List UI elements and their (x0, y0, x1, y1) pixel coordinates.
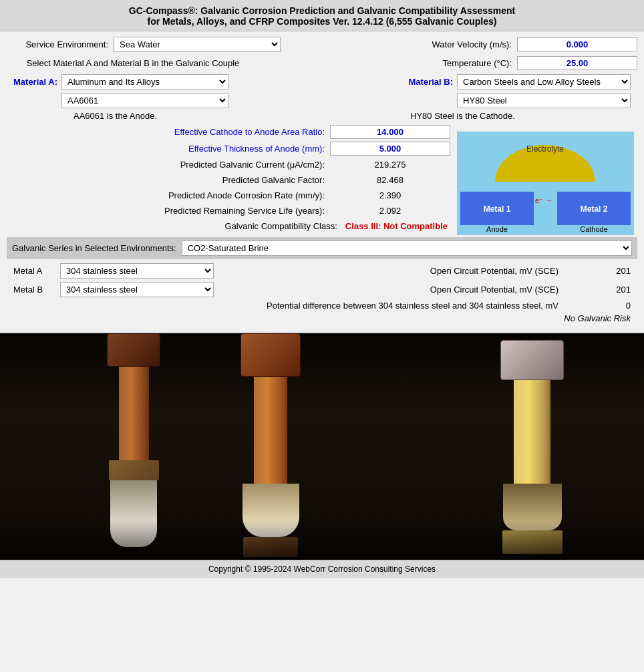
bolt-left-head (107, 333, 160, 367)
main-content: Service Environment: Sea Water Fresh Wat… (0, 31, 644, 333)
bolt-mid-head (240, 333, 301, 377)
metal-b-potential-select[interactable]: 304 stainless steel 316 stainless steel … (60, 282, 214, 297)
galvanic-diagram: Metal 1 Metal 2 Electrolyte Anode Cathod… (457, 132, 634, 235)
metal-a-ocp-value: 201 (564, 266, 631, 276)
metal2-label: Metal 2 (581, 204, 608, 214)
header-title: GC-Compass®: Galvanic Corrosion Predicti… (3, 5, 641, 16)
material-b-material-select[interactable]: HY80 Steel A36 Steel 1020 Steel 4130 Ste… (457, 93, 631, 108)
bolt-left-nut (109, 460, 159, 480)
material-b-group: Material B: Carbon Steels and Low Alloy … (409, 74, 631, 108)
service-env-label: Service Environment: (7, 39, 114, 49)
photo-content (0, 333, 644, 560)
material-b-category-select[interactable]: Carbon Steels and Low Alloy Steels Alumi… (457, 74, 631, 90)
material-a-material-select[interactable]: AA6061 AA2024 AA7075 Pure Aluminum (61, 93, 228, 108)
select-material-row: Select Material A and Material B in the … (7, 56, 637, 70)
footer-text: Copyright © 1995-2024 WebCorr Corrosion … (208, 564, 436, 574)
no-risk-row: No Galvanic Risk (7, 313, 637, 323)
galvanic-series-select[interactable]: CO2-Saturated Brine Sea Water Fresh Wate… (182, 240, 632, 256)
anode-text: AA6061 is the Anode. (13, 111, 404, 121)
effective-thickness-input[interactable]: 5.000 (330, 142, 450, 156)
middle-section: Effective Cathode to Anode Area Ratio: 1… (7, 125, 637, 237)
temperature-label: Temperature (°C): (259, 58, 517, 68)
bolt-right-body (514, 380, 550, 484)
material-a-group: Material A: Aluminum and Its Alloys Carb… (13, 74, 228, 108)
water-velocity-label: Water Velocity (m/s): (281, 39, 517, 49)
metal-b-ocp-value: 201 (564, 285, 631, 295)
potential-diff-label: Potential difference between 304 stainle… (13, 301, 564, 311)
anode-corrosion-row: Predicted Anode Corrosion Rate (mm/y): 2… (7, 189, 450, 202)
galvanic-current-value: 219.275 (330, 158, 450, 171)
cathode-anode-ratio-label: Effective Cathode to Anode Area Ratio: (7, 127, 330, 137)
photo-overlay (0, 520, 644, 560)
galvanic-current-label: Predicted Galvanic Current (μA/cm2): (7, 160, 330, 170)
galvanic-series-row: Galvanic Series in Selected Environments… (7, 237, 637, 259)
header-subtitle: for Metals, Alloys, and CFRP Composites … (3, 16, 641, 27)
anode-corrosion-value: 2.390 (330, 189, 450, 202)
cathode-anode-ratio-input[interactable]: 14.000 (330, 125, 450, 139)
footer: Copyright © 1995-2024 WebCorr Corrosion … (0, 560, 644, 578)
material-a-category-select[interactable]: Aluminum and Its Alloys Carbon Steels an… (61, 74, 228, 90)
app-container: GC-Compass®: Galvanic Corrosion Predicti… (0, 0, 644, 578)
metal-a-potential-row: Metal A 304 stainless steel 316 stainles… (7, 263, 637, 279)
material-a-selects: Aluminum and Its Alloys Carbon Steels an… (61, 74, 228, 108)
anode-cathode-row: AA6061 is the Anode. HY80 Steel is the C… (7, 111, 637, 121)
effective-thickness-label: Effective Thickness of Anode (mm): (7, 144, 330, 154)
material-a-label: Material A: (13, 74, 57, 87)
potential-diff-row: Potential difference between 304 stainle… (7, 301, 637, 311)
galvanic-factor-label: Predicted Galvanic Factor: (7, 175, 330, 185)
water-velocity-input[interactable]: 0.000 (517, 37, 637, 51)
galvanic-factor-value: 82.468 (330, 174, 450, 186)
effective-thickness-row: Effective Thickness of Anode (mm): 5.000 (7, 142, 450, 156)
metal-a-ocp-label: Open Circuit Potential, mV (SCE) (214, 266, 564, 276)
service-life-row: Predicted Remaining Service Life (years)… (7, 204, 450, 217)
cathode-text: HY80 Steel is the Cathode. (404, 111, 637, 121)
metal-b-potential-label: Metal B (13, 285, 60, 295)
electron-arrow: e⁻ → (535, 196, 552, 204)
galvanic-series-label: Galvanic Series in Selected Environments… (12, 243, 176, 253)
galvanic-current-row: Predicted Galvanic Current (μA/cm2): 219… (7, 158, 450, 171)
metal-b-ocp-label: Open Circuit Potential, mV (SCE) (214, 285, 564, 295)
service-life-value: 2.092 (330, 204, 450, 217)
diagram-section: Metal 1 Metal 2 Electrolyte Anode Cathod… (450, 125, 637, 237)
material-b-label: Material B: (409, 74, 453, 87)
header: GC-Compass®: Galvanic Corrosion Predicti… (0, 0, 644, 31)
no-risk-label: No Galvanic Risk (564, 313, 631, 323)
material-b-selects: Carbon Steels and Low Alloy Steels Alumi… (457, 74, 631, 108)
select-material-label: Select Material A and Material B in the … (7, 58, 259, 68)
anode-corrosion-label: Predicted Anode Corrosion Rate (mm/y): (7, 190, 330, 200)
corrosion-photo (0, 333, 644, 560)
compat-class-value: Class III: Not Compatible (343, 220, 450, 232)
potential-diff-value: 0 (564, 301, 631, 311)
bolt-mid-body (254, 377, 287, 484)
metal-a-potential-label: Metal A (13, 266, 60, 276)
compat-class-row: Galvanic Compatibility Class: Class III:… (7, 220, 450, 232)
cathode-anode-ratio-row: Effective Cathode to Anode Area Ratio: 1… (7, 125, 450, 139)
cathode-diagram-label: Cathode (580, 225, 608, 233)
anode-diagram-label: Anode (486, 225, 508, 233)
service-env-row: Service Environment: Sea Water Fresh Wat… (7, 37, 637, 52)
metal-a-potential-select[interactable]: 304 stainless steel 316 stainless steel … (60, 263, 214, 279)
material-ab-wrapper: Material A: Aluminum and Its Alloys Carb… (7, 74, 637, 108)
temperature-input[interactable]: 25.00 (517, 56, 637, 70)
compat-class-label: Galvanic Compatibility Class: (7, 221, 343, 231)
galvanic-factor-row: Predicted Galvanic Factor: 82.468 (7, 174, 450, 186)
metal-b-potential-row: Metal B 304 stainless steel 316 stainles… (7, 282, 637, 297)
bolt-right-head (500, 340, 564, 380)
bolt-left-body (119, 367, 149, 460)
electrolyte-label: Electrolyte (526, 144, 564, 154)
service-env-select[interactable]: Sea Water Fresh Water Atmosphere CO2-Sat… (114, 37, 281, 52)
data-fields: Effective Cathode to Anode Area Ratio: 1… (7, 125, 450, 236)
service-life-label: Predicted Remaining Service Life (years)… (7, 206, 330, 216)
metal1-label: Metal 1 (484, 204, 511, 214)
